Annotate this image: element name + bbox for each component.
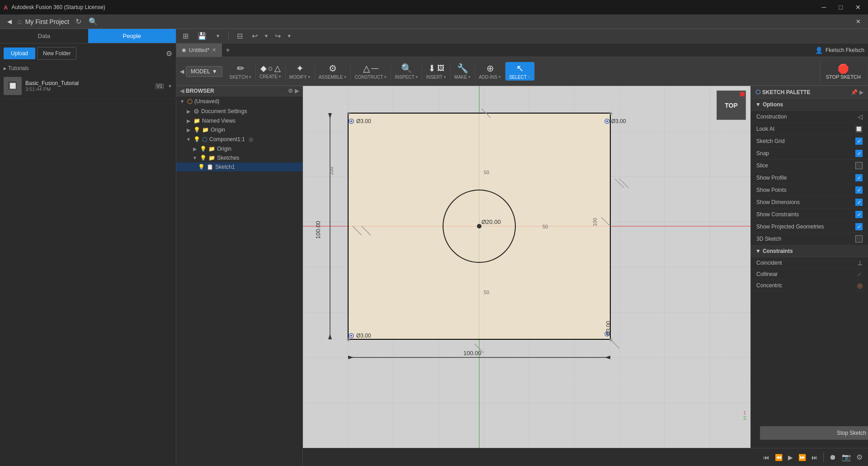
palette-row-construction[interactable]: Construction ◁ [751, 111, 868, 123]
expand-doc-settings[interactable]: ▶ [185, 109, 192, 114]
maximize-button[interactable]: □ [835, 4, 846, 11]
nav-play-button[interactable]: ▶ [786, 453, 795, 462]
nav-next-button[interactable]: ⏩ [797, 453, 808, 462]
palette-row-look-at[interactable]: Look At 🔲 [751, 123, 868, 135]
snap-checkbox[interactable]: ✓ [855, 150, 863, 157]
new-tab-button[interactable]: + [222, 46, 233, 54]
toolbar-collapse-btn[interactable]: ◀ [178, 67, 186, 76]
close-button[interactable]: ✕ [852, 4, 864, 11]
palette-expand-btn[interactable]: ▶ [859, 89, 863, 95]
main-canvas[interactable]: Ø3.00 Ø3.00 Ø3.00 Ø3.00 [303, 86, 750, 448]
expand-component[interactable]: ▼ [185, 137, 192, 142]
palette-row-show-constraints[interactable]: Show Constraints ✓ [751, 209, 868, 221]
redo-dropdown-button[interactable]: ▼ [284, 31, 294, 41]
view-cube-close[interactable] [740, 92, 745, 96]
browser-item-named-views[interactable]: ▶ 📁 Named Views [176, 116, 302, 125]
toolbar-inspect-group[interactable]: 🔍 INSPECT ▼ [391, 62, 422, 81]
browser-settings-icon[interactable]: ⚙ [288, 88, 293, 94]
settings-icon[interactable]: ⚙ [166, 49, 172, 58]
back-button[interactable]: ◀ [4, 17, 15, 26]
toolbar-construct-group[interactable]: △ — CONSTRUCT ▼ [351, 62, 391, 81]
expand-origin-root[interactable]: ▶ [185, 127, 192, 133]
undo-button[interactable]: ↩ [249, 31, 260, 41]
upload-button[interactable]: Upload [4, 48, 35, 59]
toolbar-sketch-group[interactable]: ✏ SKETCH ▼ [226, 62, 256, 81]
stop-sketch-toolbar-button[interactable]: 🛑 STOP SKETCH [820, 62, 866, 81]
browser-item-sketches[interactable]: ▼ 💡 📁 Sketches [176, 153, 302, 162]
breadcrumb: ▸ Tutorials [0, 63, 176, 73]
palette-row-show-points[interactable]: Show Points ✓ [751, 184, 868, 196]
expand-unsaved[interactable]: ▼ [179, 99, 185, 104]
save-button[interactable]: 💾 [195, 31, 209, 41]
save-dropdown-button[interactable]: ▼ [213, 33, 223, 39]
new-folder-button[interactable]: New Folder [37, 47, 76, 60]
constraint-coincident[interactable]: Coincident ⊥ [751, 257, 868, 269]
palette-row-slice[interactable]: Slice [751, 160, 868, 172]
construction-icon-btn[interactable]: ◁ [858, 113, 863, 120]
tab-close-button[interactable]: ✕ [212, 47, 216, 53]
toolbar-create-group[interactable]: ◆ ○ △ CREATE ▼ [256, 62, 286, 80]
constraint-concentric[interactable]: Concentric ◎ [751, 280, 868, 291]
show-profile-checkbox[interactable]: ✓ [855, 174, 863, 181]
toolbar-modify-group[interactable]: ✦ MODIFY ▼ [286, 62, 315, 81]
show-projected-checkbox[interactable]: ✓ [855, 223, 863, 230]
palette-pin-btn[interactable]: 📌 [851, 89, 858, 95]
toolbar-assemble-group[interactable]: ⚙ ASSEMBLE ▼ [315, 62, 351, 81]
panel-close-button[interactable]: ✕ [852, 17, 864, 26]
show-constraints-checkbox[interactable]: ✓ [855, 211, 863, 218]
redo-button[interactable]: ↪ [272, 31, 283, 41]
browser-collapse-btn[interactable]: ◀ [180, 88, 184, 94]
undo-dropdown-button[interactable]: ▼ [261, 31, 271, 41]
nav-first-button[interactable]: ⏮ [761, 453, 771, 462]
expand-origin-comp[interactable]: ▶ [192, 146, 198, 152]
nav-last-button[interactable]: ⏭ [810, 453, 820, 462]
show-dimensions-checkbox[interactable]: ✓ [855, 199, 863, 206]
palette-row-3d-sketch[interactable]: 3D Sketch [751, 233, 868, 245]
browser-expand-icon[interactable]: ▶ [295, 88, 299, 94]
sketch-grid-checkbox[interactable]: ✓ [855, 138, 863, 145]
title-bar-controls[interactable]: ─ □ ✕ [818, 4, 864, 11]
tab-data[interactable]: Data [0, 29, 88, 43]
constraint-collinear[interactable]: Collinear ⟋ [751, 269, 868, 280]
toolbar-insert-group[interactable]: ⬇ 🖼 INSERT ▼ [422, 62, 450, 81]
grid-toggle-button[interactable]: ⊟ [234, 31, 245, 41]
palette-row-show-projected[interactable]: Show Projected Geometries ✓ [751, 221, 868, 233]
stop-sketch-button[interactable]: Stop Sketch [760, 426, 868, 440]
minimize-button[interactable]: ─ [818, 4, 830, 11]
model-selector[interactable]: MODEL ▼ [186, 66, 222, 77]
nav-prev-button[interactable]: ⏪ [773, 453, 784, 462]
constraints-section-header[interactable]: ▼ Constraints [751, 245, 868, 257]
browser-item-origin-comp[interactable]: ▶ 💡 📁 Origin [176, 144, 302, 153]
browser-item-component[interactable]: ▼ 💡 ⬡ Component1:1 ◎ [176, 134, 302, 144]
options-section-header[interactable]: ▼ Options [751, 99, 868, 111]
expand-sketches[interactable]: ▼ [192, 155, 198, 161]
toolbar-select-group[interactable]: ↖ SELECT ▼ [505, 62, 535, 81]
nav-settings-button[interactable]: ⚙ [854, 452, 864, 462]
look-at-icon-btn[interactable]: 🔲 [855, 125, 863, 133]
slice-checkbox[interactable] [855, 162, 863, 169]
browser-item-unsaved[interactable]: ▼ ⬡ (Unsaved) [176, 96, 302, 106]
browser-item-doc-settings[interactable]: ▶ ⚙ Document Settings [176, 106, 302, 116]
palette-row-show-profile[interactable]: Show Profile ✓ [751, 172, 868, 184]
search-button[interactable]: 🔍 [86, 16, 100, 27]
expand-named-views[interactable]: ▶ [185, 118, 192, 124]
3d-sketch-checkbox[interactable] [855, 235, 863, 243]
tab-people[interactable]: People [88, 29, 176, 43]
browser-item-origin-root[interactable]: ▶ 💡 📁 Origin [176, 125, 302, 134]
file-item[interactable]: 🔲 Basic_Fusion_Tutorial 3:51:44 PM V1 ▼ [0, 73, 176, 99]
svg-text:Ø3.00: Ø3.00 [611, 118, 626, 124]
palette-row-snap[interactable]: Snap ✓ [751, 147, 868, 160]
nav-record-button[interactable]: ⏺ [827, 452, 838, 462]
grid-view-button[interactable]: ⊞ [180, 31, 191, 41]
version-arrow[interactable]: ▼ [168, 84, 172, 89]
toolbar-make-group[interactable]: 🔧 MAKE ▼ [451, 62, 475, 81]
refresh-button[interactable]: ↻ [73, 16, 84, 27]
palette-row-sketch-grid[interactable]: Sketch Grid ✓ [751, 135, 868, 147]
toolbar-addins-group[interactable]: ⊕ ADD-INS ▼ [475, 62, 505, 81]
view-cube[interactable]: TOP [717, 90, 746, 120]
browser-item-sketch1[interactable]: 💡 📋 Sketch1 [176, 162, 302, 171]
show-points-checkbox[interactable]: ✓ [855, 186, 863, 194]
nav-camera-button[interactable]: 📷 [840, 452, 853, 462]
palette-row-show-dimensions[interactable]: Show Dimensions ✓ [751, 196, 868, 209]
doc-tab-untitled[interactable]: ◉ Untitled* ✕ [176, 43, 222, 57]
